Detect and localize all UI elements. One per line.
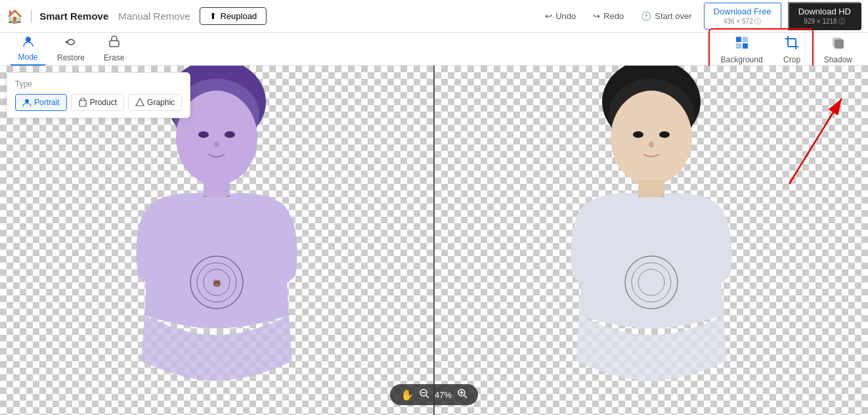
type-panel: Type Portrait Product Graphic <box>7 72 190 118</box>
graphic-type-button[interactable]: Graphic <box>128 94 182 111</box>
start-over-icon: 🕐 <box>641 11 651 21</box>
undo-icon: ↩ <box>545 11 552 21</box>
manual-remove-tab[interactable]: Manual Remove <box>118 11 190 22</box>
redo-icon: ↪ <box>593 11 600 21</box>
svg-rect-3 <box>736 37 741 42</box>
svg-text:🐻: 🐻 <box>213 279 221 288</box>
header-divider: | <box>30 9 33 24</box>
svg-line-35 <box>426 395 429 398</box>
download-free-size: 436 × 572 ⓘ <box>714 17 771 26</box>
svg-point-24 <box>611 91 692 185</box>
right-person-container <box>435 66 868 415</box>
mode-icon <box>22 35 35 51</box>
background-icon <box>734 35 750 54</box>
right-tools: Background Crop Shadow <box>708 33 868 66</box>
zoom-controls: ✋ 47% <box>390 384 478 405</box>
shadow-tool[interactable]: Shadow <box>815 32 861 68</box>
toolbar: Mode Restore Erase Background Crop <box>0 33 868 66</box>
zoom-out-button[interactable] <box>419 388 429 401</box>
svg-rect-6 <box>743 43 748 49</box>
mode-label: Mode <box>18 53 37 62</box>
redo-label: Redo <box>603 11 624 21</box>
restore-label: Restore <box>57 53 85 62</box>
start-over-button[interactable]: 🕐 Start over <box>636 9 697 24</box>
download-free-button[interactable]: Download Free 436 × 572 ⓘ <box>704 3 781 30</box>
zoom-level: 47% <box>435 390 452 400</box>
svg-point-25 <box>633 131 643 138</box>
svg-rect-8 <box>835 39 844 49</box>
background-tool[interactable]: Background <box>712 32 772 68</box>
svg-point-15 <box>225 131 235 138</box>
erase-icon <box>108 35 121 52</box>
svg-marker-10 <box>136 98 144 106</box>
background-crop-highlighted-group: Background Crop <box>708 28 814 71</box>
crop-label: Crop <box>783 55 800 64</box>
download-free-label: Download Free <box>714 7 771 18</box>
graphic-type-label: Graphic <box>147 98 175 107</box>
erase-tool[interactable]: Erase <box>96 33 132 65</box>
erase-label: Erase <box>104 53 124 62</box>
home-icon[interactable]: 🏠 <box>7 9 23 24</box>
restore-icon <box>64 35 77 52</box>
shadow-icon <box>830 35 846 54</box>
reupload-label: Reupload <box>220 11 257 21</box>
undo-button[interactable]: ↩ Undo <box>540 9 581 24</box>
right-person-svg <box>553 66 750 414</box>
svg-point-26 <box>659 131 670 138</box>
svg-point-16 <box>214 141 219 148</box>
svg-point-14 <box>198 131 209 138</box>
mode-tool[interactable]: Mode <box>10 32 46 66</box>
start-over-label: Start over <box>655 11 691 21</box>
portrait-type-label: Portrait <box>34 98 60 107</box>
svg-point-9 <box>25 99 29 103</box>
background-label: Background <box>721 55 763 64</box>
product-type-button[interactable]: Product <box>71 94 124 111</box>
svg-line-38 <box>464 395 467 398</box>
download-hd-label: Download HD <box>798 7 851 18</box>
right-image-panel <box>435 66 868 415</box>
svg-point-1 <box>66 41 68 43</box>
svg-rect-5 <box>736 43 741 49</box>
svg-rect-28 <box>638 181 664 197</box>
portrait-type-button[interactable]: Portrait <box>15 94 67 111</box>
shadow-label: Shadow <box>824 55 852 64</box>
restore-tool[interactable]: Restore <box>49 33 93 65</box>
undo-label: Undo <box>555 11 576 21</box>
svg-point-0 <box>26 37 31 42</box>
svg-rect-17 <box>204 181 230 197</box>
crop-tool[interactable]: Crop <box>774 32 810 68</box>
download-hd-size: 929 × 1218 ⓘ <box>798 17 851 26</box>
main-content: Type Portrait Product Graphic <box>0 66 868 415</box>
crop-icon <box>784 35 800 54</box>
svg-point-27 <box>649 141 654 148</box>
type-buttons: Portrait Product Graphic <box>15 94 182 111</box>
redo-button[interactable]: ↪ Redo <box>588 9 629 24</box>
type-label: Type <box>15 79 182 89</box>
smart-remove-tab[interactable]: Smart Remove <box>39 11 108 22</box>
reupload-icon: ⬆ <box>209 11 217 21</box>
svg-rect-2 <box>110 41 119 47</box>
download-hd-button[interactable]: Download HD 929 × 1218 ⓘ <box>788 2 861 31</box>
hand-tool-button[interactable]: ✋ <box>401 389 414 401</box>
zoom-in-button[interactable] <box>457 388 467 401</box>
svg-rect-4 <box>743 37 748 42</box>
product-type-label: Product <box>90 98 117 107</box>
reupload-button[interactable]: ⬆ Reupload <box>200 7 267 25</box>
